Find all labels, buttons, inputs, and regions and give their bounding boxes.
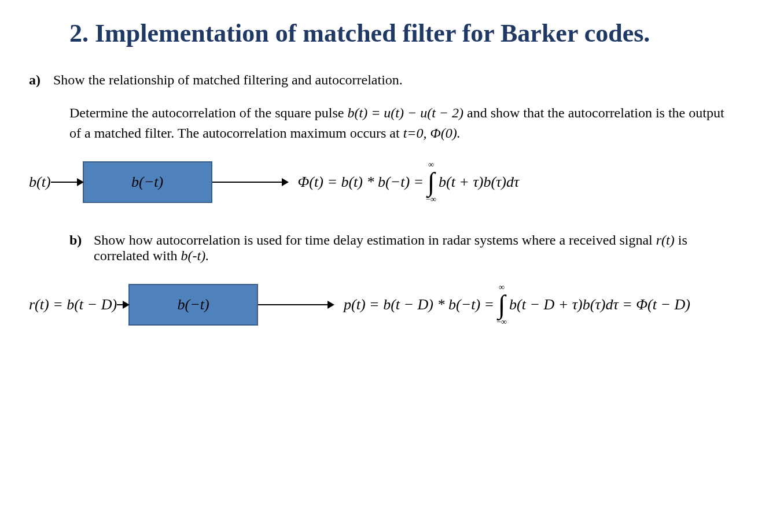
diag2-filter-block: b(−t): [128, 284, 258, 326]
diag2-int-body: b(t − D + τ)b(τ)dτ = Φ(t − D): [509, 296, 690, 313]
a-tail: t=0, Φ(0).: [403, 125, 461, 141]
item-b: b) Show how autocorrelation is used for …: [69, 232, 729, 264]
diagram-autocorrelation: b(t) b(−t) Φ(t) = b(t) * b(−t) = ∞ ∫ −∞ …: [29, 161, 729, 204]
diag1-int-body: b(t + τ)b(τ)dτ: [439, 173, 519, 191]
integral-icon: ∞ ∫ −∞ b(t + τ)b(τ)dτ: [426, 161, 519, 204]
item-a-marker: a): [29, 72, 45, 88]
integral-symbol-icon: ∫: [428, 169, 435, 195]
item-b-marker: b): [69, 232, 86, 248]
integral-symbol-icon: ∫: [498, 291, 506, 318]
diagram-time-delay: r(t) = b(t − D) b(−t) p(t) = b(t − D) * …: [29, 283, 729, 326]
a-para-pre: Determine the autocorrelation of the squ…: [69, 105, 347, 120]
diag1-out-lhs: Φ(t) = b(t) * b(−t) =: [298, 173, 424, 191]
integral-icon: ∞ ∫ −∞ b(t − D + τ)b(τ)dτ = Φ(t − D): [496, 283, 690, 326]
diag2-int-lower: −∞: [496, 318, 507, 326]
b-bmt: b(-t).: [181, 248, 209, 263]
arrow-icon: [117, 304, 128, 305]
diag1-output-equation: Φ(t) = b(t) * b(−t) = ∞ ∫ −∞ b(t + τ)b(τ…: [298, 161, 520, 204]
diag1-filter-block: b(−t): [83, 161, 212, 203]
diag2-input-label: r(t) = b(t − D): [29, 296, 117, 313]
b-text-pre: Show how autocorrelation is used for tim…: [94, 232, 656, 247]
item-a-lead: Show the relationship of matched filteri…: [53, 72, 729, 88]
a-pulse-def: b(t) = u(t) − u(t − 2): [347, 105, 463, 120]
diag1-input-label: b(t): [29, 173, 51, 191]
diag2-output-equation: p(t) = b(t − D) * b(−t) = ∞ ∫ −∞ b(t − D…: [344, 283, 690, 326]
item-a-paragraph: Determine the autocorrelation of the squ…: [69, 103, 729, 143]
diag2-out-lhs: p(t) = b(t − D) * b(−t) =: [344, 296, 494, 313]
diag1-int-lower: −∞: [426, 195, 436, 204]
arrow-icon: [258, 304, 333, 305]
section-title: 2. Implementation of matched filter for …: [69, 17, 729, 49]
b-rt: r(t): [656, 232, 675, 247]
item-b-text: Show how autocorrelation is used for tim…: [94, 232, 729, 264]
item-a: a) Show the relationship of matched filt…: [29, 72, 729, 88]
page-root: 2. Implementation of matched filter for …: [0, 0, 758, 378]
arrow-icon: [51, 182, 83, 183]
arrow-icon: [212, 182, 288, 183]
